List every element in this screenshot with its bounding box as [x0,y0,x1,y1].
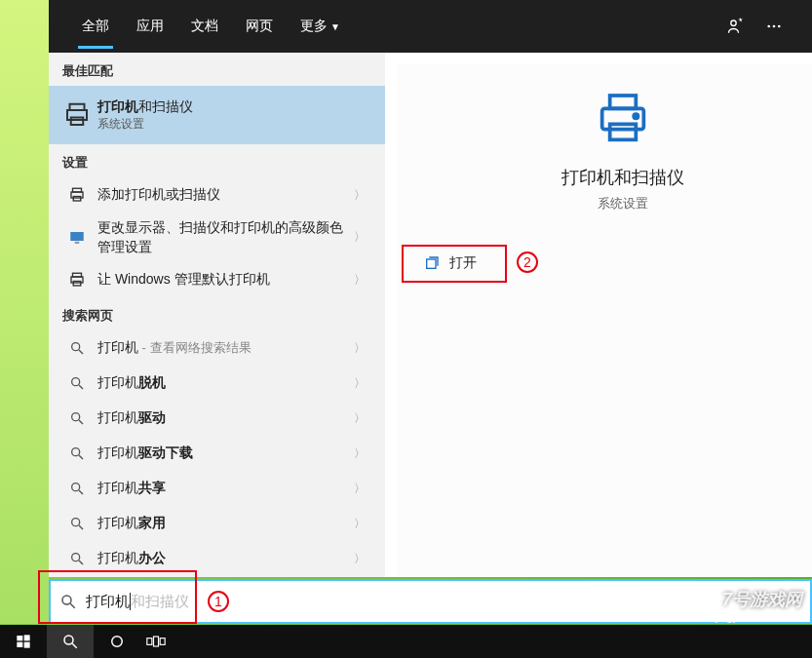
svg-rect-9 [73,197,81,202]
svg-rect-37 [24,635,30,640]
svg-line-28 [79,561,83,564]
tab-more[interactable]: 更多▼ [287,10,354,43]
search-tabs: 全部 应用 文档 网页 更多▼ [49,0,812,53]
preview-subtitle: 系统设置 [598,195,648,213]
svg-rect-43 [147,639,152,645]
svg-point-3 [778,25,781,28]
web-item-5[interactable]: 打印机家用 〉 [49,506,385,541]
web-item-2[interactable]: 打印机驱动 〉 [49,401,385,436]
chevron-right-icon: 〉 [348,481,371,497]
svg-rect-10 [70,232,84,241]
chevron-right-icon: 〉 [348,551,371,567]
svg-rect-11 [75,241,80,243]
printer-icon [62,271,92,289]
svg-rect-31 [610,124,637,139]
search-icon [62,410,92,426]
chevron-right-icon: 〉 [348,445,371,462]
chevron-right-icon: 〉 [348,272,371,289]
printer-icon [62,186,92,204]
svg-line-18 [79,385,83,389]
feedback-icon[interactable] [716,11,755,42]
open-icon [424,255,440,271]
monitor-icon [62,229,92,247]
svg-rect-29 [610,96,637,108]
svg-point-15 [72,343,80,351]
svg-rect-33 [427,259,436,268]
search-box[interactable]: 打印机和扫描仪 [49,579,812,624]
chevron-right-icon: 〉 [348,516,371,532]
svg-point-21 [72,448,80,456]
preview-title: 打印机和扫描仪 [561,166,684,189]
search-icon [62,340,92,356]
start-button[interactable] [0,625,47,658]
search-icon [51,593,86,610]
svg-rect-39 [24,642,30,648]
svg-point-34 [62,596,71,604]
svg-line-41 [72,643,77,648]
svg-point-2 [773,25,776,28]
svg-point-40 [64,636,73,644]
svg-rect-45 [160,639,165,645]
svg-line-20 [79,420,83,424]
web-item-3[interactable]: 打印机驱动下载 〉 [49,436,385,471]
web-item-1[interactable]: 打印机脱机 〉 [49,366,385,401]
open-button[interactable]: 打开 [412,246,508,281]
svg-line-26 [79,525,83,529]
chevron-right-icon: 〉 [348,410,371,427]
chevron-right-icon: 〉 [348,375,371,392]
results-left-panel: 最佳匹配 打印机和扫描仪 系统设置 设置 添加打印机或扫描仪 〉 更改显示器、扫… [49,53,385,577]
svg-rect-14 [73,282,81,287]
more-options-icon[interactable] [755,12,793,41]
svg-rect-6 [71,118,84,126]
chevron-right-icon: 〉 [348,340,371,357]
svg-line-24 [79,490,83,494]
search-input[interactable]: 打印机和扫描仪 [86,593,810,611]
chevron-right-icon: 〉 [348,229,371,246]
printer-icon [592,88,654,150]
search-icon [62,481,92,496]
svg-point-32 [634,114,638,118]
settings-item-default-printer[interactable]: 让 Windows 管理默认打印机 〉 [49,262,385,297]
search-icon [62,375,92,391]
svg-rect-44 [154,637,159,646]
search-icon [62,551,92,566]
settings-item-color-management[interactable]: 更改显示器、扫描仪和打印机的高级颜色管理设置 〉 [49,213,385,262]
web-item-0[interactable]: 打印机 - 查看网络搜索结果 〉 [49,330,385,366]
taskbar [0,625,812,658]
svg-point-0 [731,20,736,25]
svg-point-42 [112,637,123,647]
svg-point-17 [72,378,80,386]
web-item-4[interactable]: 打印机共享 〉 [49,471,385,506]
section-settings: 设置 [49,144,385,177]
tab-all[interactable]: 全部 [68,10,123,43]
cortana-button[interactable] [94,625,140,658]
desktop-background [0,0,49,624]
svg-point-23 [72,484,80,491]
svg-rect-38 [17,642,22,647]
search-icon [62,445,92,461]
section-search-web: 搜索网页 [49,297,385,330]
best-match-text: 打印机和扫描仪 系统设置 [92,97,371,133]
svg-rect-36 [17,636,22,640]
chevron-right-icon: 〉 [348,187,371,204]
svg-point-19 [72,413,80,421]
search-icon [62,516,92,531]
settings-item-add-printer[interactable]: 添加打印机或扫描仪 〉 [49,177,385,213]
svg-point-1 [767,25,770,28]
tab-apps[interactable]: 应用 [123,10,177,43]
svg-line-22 [79,455,83,459]
svg-line-16 [79,350,83,354]
svg-point-27 [72,554,80,561]
printer-icon [62,100,92,130]
taskbar-search-button[interactable] [47,625,94,658]
results-preview-panel: 打印机和扫描仪 系统设置 打开 [397,64,812,577]
svg-point-25 [72,519,80,526]
search-flyout: 全部 应用 文档 网页 更多▼ 最佳匹配 打印机和扫描仪 系统设置 设置 添加打… [49,0,812,577]
section-best-match: 最佳匹配 [49,53,385,86]
tab-documents[interactable]: 文档 [177,10,232,43]
web-item-6[interactable]: 打印机办公 〉 [49,541,385,576]
task-view-button[interactable] [140,625,172,658]
best-match-item[interactable]: 打印机和扫描仪 系统设置 [49,86,385,144]
tab-web[interactable]: 网页 [232,10,287,43]
svg-line-35 [70,603,75,608]
